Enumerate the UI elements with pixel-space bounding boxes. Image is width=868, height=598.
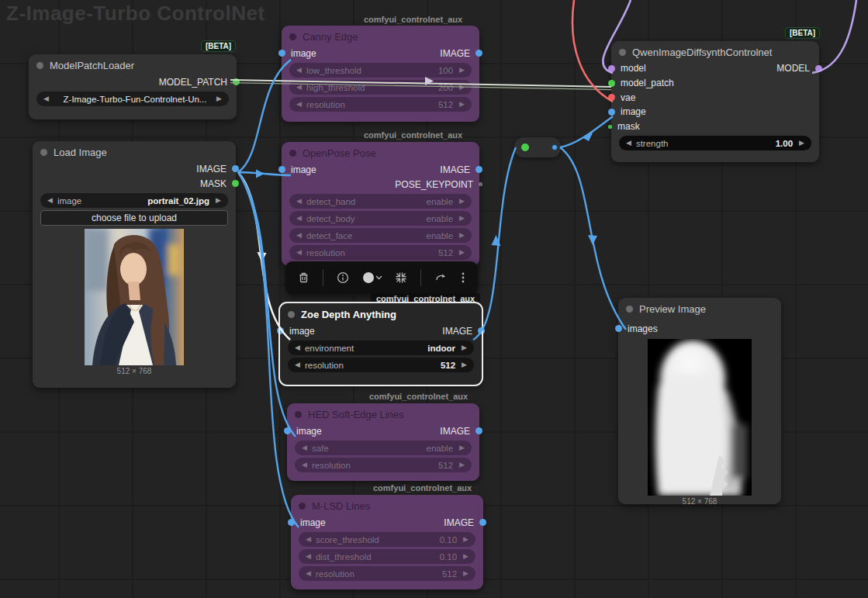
slot-dot-icon[interactable] — [232, 180, 239, 187]
increment-arrow-icon[interactable]: ▶ — [462, 344, 467, 351]
slot-image-input[interactable]: image — [296, 426, 322, 437]
slot-dot-icon[interactable] — [608, 109, 615, 116]
score-threshold-widget[interactable]: ◀ score_threshold 0.10 ▶ — [299, 532, 475, 547]
more-options-icon[interactable] — [461, 271, 465, 284]
node-header[interactable]: ModelPatchLoader — [29, 54, 237, 74]
decrement-arrow-icon[interactable]: ◀ — [296, 249, 302, 256]
slot-image-output[interactable]: IMAGE — [440, 164, 470, 175]
increment-arrow-icon[interactable]: ▶ — [459, 232, 465, 239]
safe-widget[interactable]: ◀ safe enable ▶ — [295, 441, 472, 455]
increment-arrow-icon[interactable]: ▶ — [459, 67, 465, 74]
slot-image-input[interactable]: image — [621, 106, 646, 117]
node-header[interactable]: Canny Edge — [282, 26, 479, 46]
collapsed-output-dot-icon[interactable] — [552, 144, 558, 150]
slot-dot-icon[interactable] — [232, 165, 239, 172]
slot-dot-icon[interactable] — [277, 327, 284, 334]
slot-dot-icon[interactable] — [475, 50, 482, 57]
decrement-arrow-icon[interactable]: ◀ — [302, 444, 307, 451]
resolution-widget[interactable]: ◀ resolution 512 ▶ — [289, 245, 472, 260]
slot-dot-icon[interactable] — [478, 327, 485, 334]
detect-face-widget[interactable]: ◀ detect_face enable ▶ — [289, 228, 472, 243]
node-header[interactable]: QwenImageDiffsynthControlnet — [611, 41, 819, 61]
increment-arrow-icon[interactable]: ▶ — [459, 101, 465, 108]
collapsed-input-dot-icon[interactable] — [521, 143, 529, 151]
detect-hand-widget[interactable]: ◀ detect_hand enable ▶ — [289, 194, 472, 209]
resolution-widget[interactable]: ◀ resolution 512 ▶ — [288, 358, 474, 372]
redo-icon[interactable] — [434, 271, 448, 284]
increment-arrow-icon[interactable]: ▶ — [459, 198, 465, 205]
decrement-arrow-icon[interactable]: ◀ — [295, 344, 300, 351]
slot-mask-output[interactable]: MASK — [200, 178, 227, 189]
increment-arrow-icon[interactable]: ▶ — [459, 249, 465, 256]
decrement-arrow-icon[interactable]: ◀ — [296, 215, 302, 222]
slot-image-input[interactable]: image — [291, 48, 316, 59]
node-header[interactable]: Preview Image — [618, 298, 781, 318]
slot-mask-input[interactable]: mask — [621, 121, 640, 132]
slot-model-output[interactable]: MODEL — [776, 63, 810, 74]
slot-dot-icon[interactable] — [615, 325, 622, 332]
info-icon[interactable] — [337, 271, 349, 284]
decrement-arrow-icon[interactable]: ◀ — [296, 101, 302, 108]
node-header[interactable]: M-LSD Lines — [291, 495, 483, 515]
slot-pose-keypoint-output[interactable]: POSE_KEYPOINT — [395, 179, 470, 190]
node-color-swatch[interactable] — [362, 271, 382, 284]
dist-threshold-widget[interactable]: ◀ dist_threshold 0.10 ▶ — [299, 549, 475, 564]
node-qwen-image-diffsynth-controlnet[interactable]: QwenImageDiffsynthControlnet model MODEL… — [611, 41, 819, 162]
environment-widget[interactable]: ◀ environment indoor ▶ — [288, 340, 474, 355]
node-openpose-pose[interactable]: OpenPose Pose image IMAGE POSE_KEYPOINT … — [282, 142, 479, 266]
increment-arrow-icon[interactable]: ▶ — [216, 197, 221, 204]
slot-dot-icon[interactable] — [608, 125, 612, 129]
choose-file-button[interactable]: choose file to upload — [40, 210, 228, 226]
selection-toolbar[interactable] — [285, 261, 478, 294]
slot-dot-icon[interactable] — [475, 427, 482, 434]
slot-vae-input[interactable]: vae — [621, 92, 635, 103]
slot-model-patch-input[interactable]: model_patch — [621, 78, 674, 88]
slot-dot-icon[interactable] — [479, 519, 486, 526]
increment-arrow-icon[interactable]: ▶ — [799, 140, 804, 147]
slot-dot-icon[interactable] — [278, 166, 285, 173]
node-header[interactable]: OpenPose Pose — [282, 142, 479, 162]
slot-dot-icon[interactable] — [233, 78, 240, 85]
slot-dot-icon[interactable] — [608, 65, 615, 72]
image-file-widget[interactable]: ◀ image portrait_02.jpg ▶ — [40, 193, 228, 208]
delete-icon[interactable] — [298, 271, 310, 284]
slot-dot-icon[interactable] — [479, 182, 482, 186]
decrement-arrow-icon[interactable]: ◀ — [43, 95, 49, 102]
decrement-arrow-icon[interactable]: ◀ — [296, 84, 302, 91]
increment-arrow-icon[interactable]: ▶ — [459, 84, 465, 91]
increment-arrow-icon[interactable]: ▶ — [463, 536, 469, 543]
slot-image-input[interactable]: image — [291, 164, 316, 175]
slot-dot-icon[interactable] — [284, 427, 291, 434]
slot-image-output[interactable]: IMAGE — [440, 426, 470, 437]
increment-arrow-icon[interactable]: ▶ — [216, 95, 222, 102]
increment-arrow-icon[interactable]: ▶ — [459, 215, 465, 222]
strength-widget[interactable]: ◀ strength 1.00 ▶ — [619, 136, 811, 150]
decrement-arrow-icon[interactable]: ◀ — [302, 461, 307, 468]
slot-model-input[interactable]: model — [621, 63, 646, 74]
node-preview-image[interactable]: Preview Image images 512 × 768 — [618, 298, 781, 504]
slot-dot-icon[interactable] — [608, 80, 615, 87]
decrement-arrow-icon[interactable]: ◀ — [296, 67, 302, 74]
low-threshold-widget[interactable]: ◀ low_threshold 100 ▶ — [289, 63, 472, 78]
node-zoe-depth-anything[interactable]: Zoe Depth Anything image IMAGE ◀ environ… — [280, 303, 482, 385]
resolution-widget[interactable]: ◀ resolution 512 ▶ — [289, 97, 472, 112]
node-hed-soft-edge[interactable]: HED Soft-Edge Lines image IMAGE ◀ safe e… — [287, 403, 479, 481]
decrement-arrow-icon[interactable]: ◀ — [296, 232, 302, 239]
increment-arrow-icon[interactable]: ▶ — [463, 553, 469, 560]
resolution-widget[interactable]: ◀ resolution 512 ▶ — [295, 458, 472, 472]
increment-arrow-icon[interactable]: ▶ — [462, 361, 467, 368]
slot-image-input[interactable]: image — [289, 326, 315, 337]
detect-body-widget[interactable]: ◀ detect_body enable ▶ — [289, 211, 472, 226]
slot-dot-icon[interactable] — [288, 519, 295, 526]
slot-image-output[interactable]: IMAGE — [196, 164, 227, 175]
slot-dot-icon[interactable] — [475, 166, 482, 173]
slot-image-output[interactable]: IMAGE — [440, 48, 470, 59]
decrement-arrow-icon[interactable]: ◀ — [47, 197, 53, 204]
model-patch-name-widget[interactable]: ◀ Z-Image-Turbo-Fun-Controlnet-Un... ▶ — [36, 92, 229, 106]
decrement-arrow-icon[interactable]: ◀ — [306, 553, 311, 560]
node-load-image[interactable]: Load Image IMAGE MASK ◀ image portrait_0… — [33, 141, 236, 388]
node-header[interactable]: HED Soft-Edge Lines — [287, 403, 479, 423]
decrement-arrow-icon[interactable]: ◀ — [306, 570, 311, 577]
increment-arrow-icon[interactable]: ▶ — [459, 461, 465, 468]
node-header[interactable]: Zoe Depth Anything — [280, 303, 482, 323]
